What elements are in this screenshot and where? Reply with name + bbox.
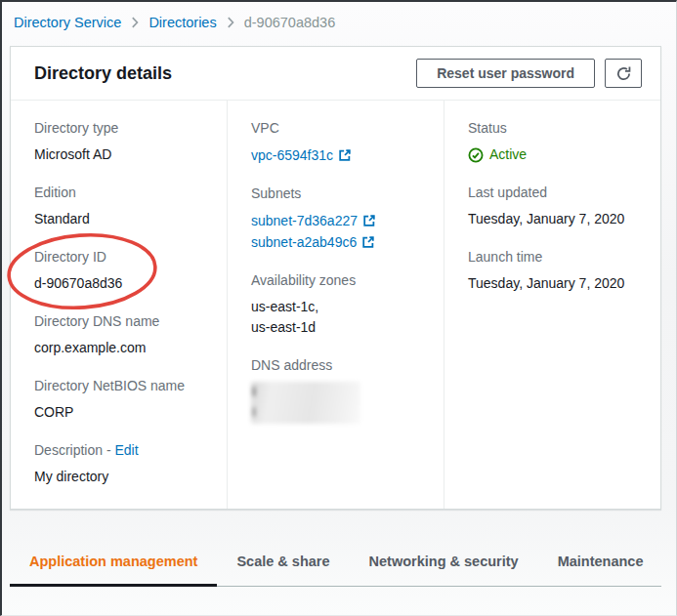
column-general: Directory type Microsoft AD Edition Stan… <box>11 101 228 509</box>
field-label: Directory type <box>34 120 209 137</box>
field-value: My directory <box>34 467 209 487</box>
chevron-right-icon <box>131 17 139 28</box>
breadcrumb: Directory Service Directories d-90670a8d… <box>2 2 676 41</box>
field-availability-zones: Availability zones us-east-1c, us-east-1… <box>251 272 426 338</box>
field-directory-type: Directory type Microsoft AD <box>34 120 209 165</box>
refresh-button[interactable] <box>605 59 642 88</box>
field-vpc: VPC vpc-6594f31c <box>251 120 426 166</box>
field-label: Directory NetBIOS name <box>34 378 209 394</box>
external-link-icon <box>338 148 352 162</box>
directory-id-value: d-90670a8d36 <box>34 273 209 294</box>
details-columns: Directory type Microsoft AD Edition Stan… <box>11 101 660 509</box>
field-label: Directory ID <box>34 249 209 266</box>
field-status: Status Active <box>468 120 643 165</box>
field-value: Tuesday, January 7, 2020 <box>468 273 643 294</box>
field-value: Microsoft AD <box>34 144 209 165</box>
field-last-updated: Last updated Tuesday, January 7, 2020 <box>468 185 643 229</box>
field-dns-address: DNS address <box>251 357 426 424</box>
field-directory-netbios-name: Directory NetBIOS name CORP <box>34 378 209 423</box>
description-separator: - <box>106 442 111 458</box>
field-label: Edition <box>34 185 209 201</box>
edit-description-link[interactable]: Edit <box>114 442 138 458</box>
vpc-link[interactable]: vpc-6594f31c <box>251 144 333 166</box>
chevron-right-icon <box>227 17 234 28</box>
external-link-icon <box>361 235 375 249</box>
field-label: Last updated <box>468 185 643 201</box>
field-value: corp.example.com <box>34 338 209 358</box>
header-actions: Reset user password <box>416 59 642 88</box>
field-directory-dns-name: Directory DNS name corp.example.com <box>34 313 209 358</box>
external-link-icon <box>362 214 376 227</box>
field-label: DNS address <box>251 357 426 374</box>
field-label: Availability zones <box>251 272 426 289</box>
field-directory-id: Directory ID d-90670a8d36 <box>34 249 209 294</box>
status-badge: Active <box>489 144 527 165</box>
column-status: Status Active Last updated Tuesday, Ja <box>444 101 660 509</box>
field-value: Standard <box>34 209 209 229</box>
availability-zone: us-east-1c, <box>251 297 426 317</box>
tab-bar: Application management Scale & share Net… <box>10 539 661 587</box>
breadcrumb-link-directory-service[interactable]: Directory Service <box>14 15 121 30</box>
subnet-link[interactable]: subnet-7d36a227 <box>251 210 358 231</box>
tab-maintenance[interactable]: Maintenance <box>538 539 663 587</box>
tab-scale-and-share[interactable]: Scale & share <box>217 539 349 587</box>
card-header: Directory details Reset user password <box>11 47 660 101</box>
dns-address-redacted <box>251 382 360 424</box>
page-title: Directory details <box>34 63 172 84</box>
tab-application-management[interactable]: Application management <box>10 539 217 587</box>
field-label: VPC <box>251 120 426 137</box>
directory-service-page: Directory Service Directories d-90670a8d… <box>0 0 677 616</box>
field-description: Description - Edit My directory <box>34 442 209 487</box>
tab-networking-and-security[interactable]: Networking & security <box>350 539 538 587</box>
field-label: Description - Edit <box>34 442 209 459</box>
field-launch-time: Launch time Tuesday, January 7, 2020 <box>468 249 643 294</box>
field-value: CORP <box>34 402 209 423</box>
field-label: Subnets <box>251 185 426 202</box>
column-network: VPC vpc-6594f31c Subnets <box>228 101 444 509</box>
field-label: Directory DNS name <box>34 313 209 330</box>
availability-zone: us-east-1d <box>251 317 426 338</box>
directory-details-card: Directory details Reset user password <box>10 46 661 510</box>
refresh-icon <box>615 65 632 82</box>
field-subnets: Subnets subnet-7d36a227 subnet-a2ab4 <box>251 185 426 253</box>
field-label: Status <box>468 120 643 137</box>
field-label: Launch time <box>468 249 643 266</box>
check-circle-icon <box>468 147 484 163</box>
reset-user-password-button[interactable]: Reset user password <box>416 59 595 88</box>
red-circle-annotation <box>4 230 160 312</box>
breadcrumb-current-directory-id: d-90670a8d36 <box>244 15 336 30</box>
field-edition: Edition Standard <box>34 185 209 229</box>
description-label: Description <box>34 442 103 458</box>
subnet-link[interactable]: subnet-a2ab49c6 <box>251 231 357 253</box>
breadcrumb-link-directories[interactable]: Directories <box>148 15 216 30</box>
field-value: Tuesday, January 7, 2020 <box>468 209 643 229</box>
